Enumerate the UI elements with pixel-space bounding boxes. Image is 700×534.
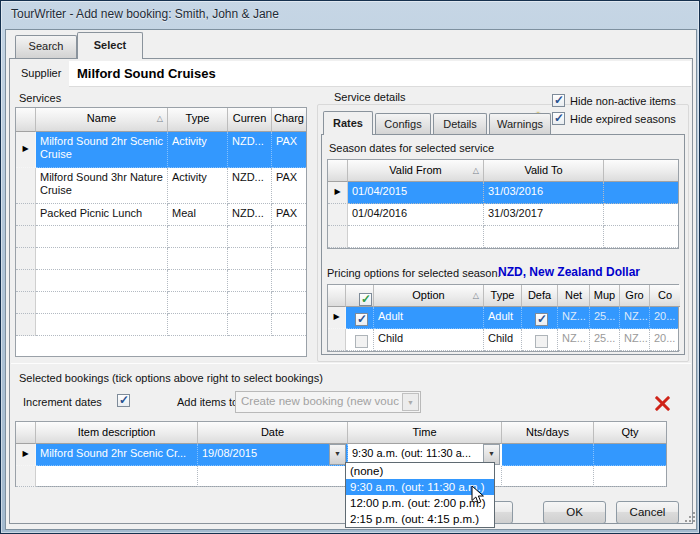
section-divider [11, 363, 691, 364]
time-option[interactable]: (none) [346, 463, 494, 479]
season-valid-from: 01/04/2016 [348, 204, 484, 226]
child-select-checkbox[interactable] [355, 335, 368, 348]
service-currency: NZD... [228, 132, 272, 168]
pricing-header-select-all[interactable] [346, 285, 374, 307]
pricing-header-gross[interactable]: Gro [620, 285, 650, 307]
mouse-cursor-icon [471, 485, 487, 505]
season-valid-from: 01/04/2015 [348, 182, 484, 204]
date-dropdown-button[interactable]: ▼ [329, 444, 346, 465]
supplier-label: Supplier [21, 67, 61, 79]
pricing-header-markup[interactable]: Mup [590, 285, 620, 307]
season-dates-label: Season dates for selected service [329, 142, 494, 154]
tab-details[interactable]: Details [433, 113, 487, 135]
booking-item-description: Milford Sound 2hr Scenic Cr... [36, 444, 198, 466]
tab-warnings[interactable]: Warnings [489, 113, 551, 135]
add-items-value: Create new booking (new voucher) [241, 395, 399, 407]
services-label: Services [19, 92, 61, 104]
services-header-type[interactable]: Type [168, 108, 228, 132]
service-name: Milford Sound 2hr Scenic Cruise [36, 132, 168, 168]
service-charge: PAX [272, 132, 306, 168]
resize-grip[interactable] [685, 520, 687, 522]
season-row[interactable]: 01/04/2016 31/03/2017 [328, 204, 678, 226]
pricing-header-option[interactable]: Option△ [374, 285, 484, 307]
pricing-gross: NZ... [620, 329, 650, 351]
add-items-combobox: Create new booking (new voucher) ▼ [235, 391, 421, 413]
pricing-gross: NZ... [620, 307, 650, 329]
pricing-option: Child [374, 329, 484, 351]
service-name: Packed Picnic Lunch [36, 204, 168, 226]
season-header-marker [328, 160, 348, 182]
window-title: TourWriter - Add new booking: Smith, Joh… [11, 7, 279, 21]
season-header-filler [604, 160, 678, 182]
service-row[interactable]: Packed Picnic Lunch Meal NZD... PAX [16, 204, 306, 226]
supplier-value-field: Milford Sound Cruises [69, 61, 691, 87]
time-option[interactable]: 2:15 p.m. (out: 4:15 p.m.) [346, 511, 494, 527]
adult-select-checkbox[interactable] [355, 313, 368, 326]
service-currency: NZD... [228, 168, 272, 204]
pricing-type: Adult [484, 307, 522, 329]
season-header-valid-from[interactable]: Valid From△ [348, 160, 484, 182]
pricing-type: Child [484, 329, 522, 351]
pricing-row-child[interactable]: Child Child NZ... 25... NZ... 20... [328, 329, 678, 351]
hide-expired-checkbox[interactable] [552, 112, 565, 125]
pricing-markup: 25... [590, 329, 620, 351]
tab-select[interactable]: Select [77, 32, 143, 59]
pricing-row-adult[interactable]: ▶ Adult Adult NZ... 25... NZ... 20... [328, 307, 678, 329]
service-row[interactable]: Milford Sound 3hr Nature Cruise Activity… [16, 168, 306, 204]
bookings-header-time[interactable]: Time [348, 422, 502, 444]
services-header-currency[interactable]: Curren [228, 108, 272, 132]
pricing-header-commission[interactable]: Co [650, 285, 680, 307]
services-header-charge[interactable]: Charg [272, 108, 306, 132]
service-details-label: Service details [332, 91, 408, 103]
supplier-value: Milford Sound Cruises [77, 66, 216, 81]
season-dates-grid: Valid From△ Valid To ▶ 01/04/2015 31/03/… [327, 159, 679, 249]
hide-non-active-label: Hide non-active items [570, 95, 676, 107]
hide-non-active-checkbox[interactable] [552, 94, 565, 107]
ok-button[interactable]: OK [543, 501, 606, 524]
pricing-header-marker [328, 285, 346, 307]
row-marker-icon: ▶ [334, 187, 340, 196]
bookings-header-nts[interactable]: Nts/days [502, 422, 594, 444]
pricing-net: NZ... [558, 329, 590, 351]
delete-booking-button[interactable] [654, 395, 670, 411]
pricing-header-default[interactable]: Defa [522, 285, 558, 307]
services-grid: Name△ Type Curren Charg ▶ Milford Sound … [15, 107, 307, 357]
increment-dates-checkbox[interactable] [117, 394, 130, 407]
season-header-valid-to[interactable]: Valid To [484, 160, 604, 182]
selected-bookings-label: Selected bookings (tick options above ri… [19, 372, 323, 384]
bookings-header-item[interactable]: Item description [36, 422, 198, 444]
booking-date-cell[interactable]: 19/08/2015 ▼ [198, 444, 348, 466]
increment-dates-label: Increment dates [23, 396, 102, 408]
service-currency: NZD... [228, 204, 272, 226]
tab-search[interactable]: Search [15, 35, 77, 58]
bookings-header-qty[interactable]: Qty [594, 422, 666, 444]
bookings-grid: Item description Date Time Nts/days Qty … [15, 421, 667, 487]
pricing-options-label: Pricing options for selected season. [327, 267, 501, 279]
services-header-marker [16, 108, 36, 132]
pricing-option: Adult [374, 307, 484, 329]
pricing-header-net[interactable]: Net [558, 285, 590, 307]
child-default-checkbox [535, 335, 548, 348]
season-valid-to: 31/03/2016 [484, 182, 604, 204]
service-type: Activity [168, 132, 228, 168]
season-row-selected[interactable]: ▶ 01/04/2015 31/03/2016 [328, 182, 678, 204]
cancel-button[interactable]: Cancel [616, 501, 679, 524]
tab-configs[interactable]: Configs [375, 113, 431, 135]
hide-expired-label: Hide expired seasons [570, 113, 676, 125]
adult-default-checkbox[interactable] [535, 313, 548, 326]
tab-rates[interactable]: Rates [323, 111, 373, 135]
pricing-commission: 20... [650, 329, 680, 351]
select-all-checkbox[interactable] [359, 293, 372, 306]
pricing-header-type[interactable]: Type [484, 285, 522, 307]
bookings-header-date[interactable]: Date [198, 422, 348, 444]
service-charge: PAX [272, 168, 306, 204]
season-valid-to: 31/03/2017 [484, 204, 604, 226]
sort-asc-icon: △ [473, 166, 479, 175]
booking-row-selected[interactable]: ▶ Milford Sound 2hr Scenic Cr... 19/08/2… [16, 444, 666, 466]
services-header-name[interactable]: Name△ [36, 108, 168, 132]
sort-asc-icon: △ [157, 114, 163, 123]
service-charge: PAX [272, 204, 306, 226]
pricing-options-grid: Option△ Type Defa Net Mup Gro Co ▶ Adult… [327, 284, 679, 352]
service-row-selected[interactable]: ▶ Milford Sound 2hr Scenic Cruise Activi… [16, 132, 306, 168]
pricing-markup: 25... [590, 307, 620, 329]
